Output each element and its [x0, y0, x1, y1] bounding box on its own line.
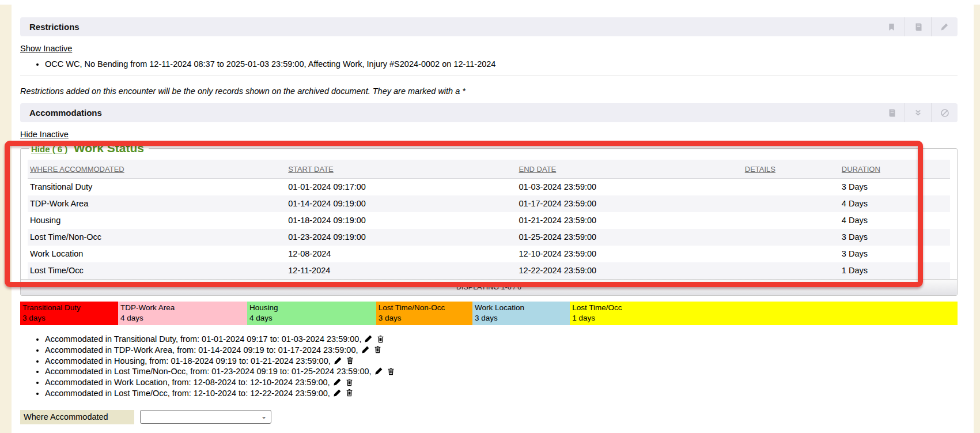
timeline-segment-label: Transitional Duty — [22, 303, 116, 313]
cell-end: 01-21-2024 23:59:00 — [517, 212, 743, 229]
delete-icon[interactable] — [345, 378, 354, 387]
timeline-segment-label: Lost Time/Non-Occ — [379, 303, 471, 313]
collapse-icon[interactable] — [905, 103, 931, 122]
cancel-icon[interactable] — [931, 103, 958, 122]
accommodations-header-icons — [878, 103, 958, 122]
table-row[interactable]: Lost Time/Non-Occ 01-23-2024 09:19:00 01… — [28, 229, 950, 246]
edit-icon[interactable] — [333, 389, 342, 397]
edit-icon[interactable] — [361, 345, 370, 354]
book-icon[interactable] — [878, 103, 905, 122]
cell-where: Transitional Duty — [28, 179, 286, 196]
work-status-hide-link[interactable]: Hide ( 6 ) — [31, 144, 67, 154]
cell-end: 01-25-2024 23:59:00 — [517, 229, 743, 246]
edit-icon[interactable] — [364, 334, 373, 343]
column-end-date[interactable]: END DATE — [519, 165, 557, 174]
cell-start: 12-11-2024 — [286, 262, 516, 279]
table-row[interactable]: TDP-Work Area 01-14-2024 09:19:00 01-17-… — [28, 195, 950, 212]
accommodations-title: Accommodations — [29, 108, 102, 118]
timeline-segment-label: Housing — [249, 303, 374, 313]
column-where-accommodated[interactable]: WHERE ACCOMMODATED — [30, 165, 124, 174]
timeline-segment: TDP-Work Area 4 days — [118, 302, 247, 325]
bookmark-icon[interactable] — [878, 17, 905, 36]
timeline-segment-label: TDP-Work Area — [120, 303, 245, 313]
cell-start: 01-01-2024 09:17:00 — [286, 179, 516, 196]
work-status-legend: Hide ( 6 ) Work Status — [29, 141, 149, 155]
timeline-segment: Lost Time/Occ 1 days — [570, 302, 958, 325]
chevron-down-icon: ⌄ — [261, 412, 267, 420]
restrictions-header: Restrictions — [20, 17, 958, 36]
delete-icon[interactable] — [376, 334, 385, 344]
entry-text: Accommodated in Transitional Duty, from:… — [45, 334, 361, 344]
cell-details — [743, 229, 839, 246]
cell-where: TDP-Work Area — [28, 195, 286, 212]
book-icon[interactable] — [905, 17, 931, 36]
cell-start: 01-14-2024 09:19:00 — [286, 195, 516, 212]
entry-text: Accommodated in Lost Time/Occ, from: 12-… — [45, 389, 330, 398]
column-duration[interactable]: DURATION — [842, 165, 880, 174]
where-accommodated-select[interactable]: ⌄ — [140, 410, 271, 424]
cell-details — [743, 179, 839, 196]
edit-icon[interactable] — [334, 356, 342, 365]
cell-duration: 1 Days — [839, 262, 950, 279]
list-item: Accommodated in Work Location, from: 12-… — [45, 377, 958, 388]
timeline-segment: Housing 4 days — [247, 302, 376, 325]
timeline-segment-days: 4 days — [249, 313, 374, 323]
show-inactive-link[interactable]: Show Inactive — [20, 44, 72, 53]
delete-icon[interactable] — [345, 388, 354, 397]
restriction-item: OCC WC, No Bending from 12-11-2024 08:37… — [45, 59, 958, 70]
restrictions-header-icons — [878, 17, 958, 36]
list-item: Accommodated in Housing, from: 01-18-202… — [45, 356, 958, 367]
table-row[interactable]: Housing 01-18-2024 09:19:00 01-21-2024 2… — [28, 212, 950, 229]
column-start-date[interactable]: START DATE — [288, 165, 334, 174]
table-row[interactable]: Transitional Duty 01-01-2024 09:17:00 01… — [28, 179, 950, 196]
list-item: Accommodated in Lost Time/Non-Occ, from:… — [45, 366, 958, 377]
table-header-row: WHERE ACCOMMODATED START DATE END DATE D… — [28, 160, 950, 179]
cell-where: Lost Time/Occ — [28, 262, 286, 279]
timeline-segment: Lost Time/Non-Occ 3 days — [376, 302, 472, 325]
edit-icon[interactable] — [333, 378, 342, 386]
entry-text: Accommodated in Housing, from: 01-18-202… — [45, 356, 331, 366]
cell-start: 01-18-2024 09:19:00 — [286, 212, 516, 229]
restrictions-title: Restrictions — [29, 22, 80, 32]
cell-where: Housing — [28, 212, 286, 229]
timeline-segment: Work Location 3 days — [472, 302, 570, 325]
cell-end: 12-10-2024 23:59:00 — [517, 246, 743, 262]
cell-end: 01-17-2024 23:59:00 — [517, 195, 743, 212]
timeline-segment-label: Lost Time/Occ — [572, 303, 956, 313]
paging-status: DISPLAYING 1-6 / 6 — [21, 279, 957, 295]
edit-icon[interactable] — [374, 367, 383, 375]
entry-text: Accommodated in Lost Time/Non-Occ, from:… — [45, 367, 372, 376]
cell-duration: 4 Days — [839, 212, 950, 229]
delete-icon[interactable] — [346, 356, 354, 365]
top-strip — [0, 0, 980, 5]
list-item: Accommodated in Lost Time/Occ, from: 12-… — [45, 388, 958, 399]
list-item: Accommodated in Transitional Duty, from:… — [45, 334, 958, 345]
accommodation-entries: Accommodated in Transitional Duty, from:… — [20, 334, 958, 399]
entry-text: Accommodated in TDP-Work Area, from: 01-… — [45, 345, 358, 355]
column-details[interactable]: DETAILS — [745, 165, 775, 174]
timeline-segment-days: 3 days — [379, 313, 471, 323]
work-status-fieldset: Hide ( 6 ) Work Status WHERE ACCOMMODATE… — [20, 141, 958, 296]
timeline-segment-days: 4 days — [120, 313, 245, 323]
table-row[interactable]: Lost Time/Occ 12-11-2024 12-22-2024 23:5… — [28, 262, 950, 279]
cell-details — [743, 246, 839, 262]
cell-duration: 3 Days — [839, 246, 950, 262]
where-accommodated-row: Where Accommodated ⌄ — [20, 410, 958, 424]
delete-icon[interactable] — [387, 367, 395, 376]
timeline-segment-days: 1 days — [572, 313, 956, 323]
timeline-segment: Transitional Duty 3 days — [20, 302, 118, 325]
cell-start: 12-08-2024 — [286, 246, 516, 262]
content-panel: Restrictions Show Inactive OCC WC, No Be… — [12, 5, 974, 433]
cell-details — [743, 195, 839, 212]
where-accommodated-label: Where Accommodated — [20, 410, 134, 424]
cell-where: Lost Time/Non-Occ — [28, 229, 286, 246]
cell-duration: 3 Days — [839, 229, 950, 246]
delete-icon[interactable] — [373, 345, 382, 354]
list-item: Accommodated in TDP-Work Area, from: 01-… — [45, 345, 958, 356]
hide-inactive-link[interactable]: Hide Inactive — [20, 130, 69, 139]
table-row[interactable]: Work Location 12-08-2024 12-10-2024 23:5… — [28, 246, 950, 262]
timeline-segment-days: 3 days — [22, 313, 116, 323]
entry-text: Accommodated in Work Location, from: 12-… — [45, 378, 330, 387]
cell-duration: 4 Days — [839, 195, 950, 212]
edit-icon[interactable] — [931, 17, 958, 36]
